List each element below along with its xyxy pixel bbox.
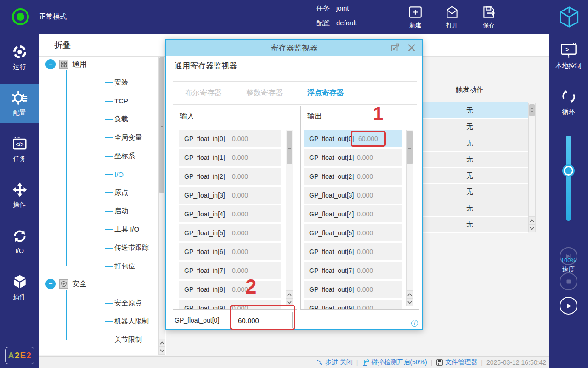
info-icon[interactable]: i [411, 320, 418, 327]
separator: | [431, 359, 433, 366]
register-row[interactable]: GP_float_out[3] 0.000 [304, 187, 402, 204]
stop-icon [564, 277, 573, 286]
input-scrollbar-thumb[interactable] [287, 131, 292, 164]
scroll-up-icon[interactable] [159, 339, 165, 346]
register-row[interactable]: GP_float_in[6] 0.000 [179, 243, 281, 260]
sidebar-item-operate[interactable]: 操作 [0, 176, 39, 215]
mode-label: 正常模式 [39, 12, 67, 21]
register-value-input[interactable] [233, 312, 293, 328]
register-row[interactable]: GP_float_in[5] 0.000 [179, 224, 281, 241]
trigger-scrollbar-thumb[interactable] [529, 104, 535, 116]
scroll-up-icon[interactable] [529, 216, 535, 224]
shield-plus-icon [59, 279, 68, 289]
scroll-down-icon[interactable] [286, 298, 293, 306]
register-row[interactable]: GP_float_in[0] 0.000 [179, 130, 281, 147]
register-row[interactable]: GP_float_out[5] 0.000 [304, 224, 402, 241]
tree-group-general[interactable]: − 通用 [45, 59, 87, 69]
scroll-down-icon[interactable] [529, 224, 535, 232]
output-scrollbar-thumb[interactable] [407, 131, 413, 164]
trigger-scrollbar[interactable] [528, 103, 536, 232]
output-scrollbar[interactable] [406, 130, 413, 306]
collapse-label[interactable]: 折叠 [54, 40, 71, 51]
scroll-down-icon[interactable] [407, 298, 413, 306]
restore-window-button[interactable] [390, 42, 401, 53]
save-button[interactable]: 保存 [478, 5, 500, 29]
open-button[interactable]: 打开 [441, 5, 463, 29]
register-row[interactable]: GP_float_out[4] 0.000 [304, 205, 402, 222]
sidebar-item-task[interactable]: </> 任务 [0, 130, 39, 169]
a2e2-logo[interactable]: A2E2 [5, 347, 34, 364]
trigger-action-header: 触发动作 [424, 85, 515, 94]
sidebar-item-run[interactable]: 运行 [0, 38, 39, 77]
scroll-up-icon[interactable] [407, 290, 413, 298]
play-button[interactable] [560, 297, 577, 315]
register-row[interactable]: GP_float_out[0] 60.000 [304, 130, 402, 147]
mode-indicator: 正常模式 [12, 8, 67, 25]
register-row[interactable]: GP_float_out[2] 0.000 [304, 168, 402, 185]
tree-item[interactable]: 全局变量 [105, 128, 149, 147]
register-row[interactable]: GP_float_in[7] 0.000 [179, 262, 281, 279]
tree-item[interactable]: 打包位 [105, 257, 149, 275]
tree-item[interactable]: TCP [105, 91, 149, 110]
register-row[interactable]: GP_float_out[1] 0.000 [304, 149, 402, 166]
operate-icon [12, 182, 28, 198]
tab-empty [356, 82, 417, 104]
scroll-down-icon[interactable] [159, 346, 165, 354]
step-forward-button[interactable] [560, 247, 577, 265]
svg-text:>_: >_ [565, 46, 572, 53]
output-register-list: GP_float_out[0] 60.000 GP_float_out[1] 0… [304, 130, 402, 309]
tree-item[interactable]: I/O [105, 165, 149, 183]
tree-scrollbar[interactable] [158, 57, 165, 355]
loop-button[interactable]: 循环 [549, 88, 588, 116]
tree-item[interactable]: 工具 I/O [105, 220, 149, 238]
tree-item[interactable]: 启动 [105, 202, 149, 220]
new-button[interactable]: 新建 [404, 5, 426, 29]
collapse-minus-icon[interactable]: − [45, 279, 56, 289]
speed-slider-track[interactable] [566, 136, 571, 221]
sidebar-item-config[interactable]: 配置 [0, 84, 39, 123]
file-manager-icon [436, 359, 443, 366]
step-mode-status[interactable]: 步进 关闭 [316, 358, 353, 367]
tree-item[interactable]: 关节限制 [105, 330, 149, 349]
input-scrollbar[interactable] [286, 130, 293, 306]
tab-bool-register[interactable]: 布尔寄存器 [173, 82, 234, 104]
tree-item[interactable]: 安全原点 [105, 294, 149, 312]
sidebar-item-plugin[interactable]: 插件 [0, 268, 39, 306]
tree-item[interactable]: 安装 [105, 73, 149, 91]
tree-item[interactable]: 坐标系 [105, 147, 149, 165]
tree-item[interactable]: 负载 [105, 110, 149, 128]
close-dialog-button[interactable] [406, 42, 417, 53]
collision-detection-status[interactable]: 碰撞检测开启(50%) [362, 358, 427, 367]
register-row[interactable]: GP_float_out[6] 0.000 [304, 243, 402, 260]
register-row[interactable]: GP_float_in[2] 0.000 [179, 168, 281, 185]
input-register-panel: 输入 GP_float_in[0] 0.000 GP_float_in[1] 0… [173, 106, 297, 310]
speed-slider-handle[interactable] [562, 164, 575, 177]
dialog-titlebar[interactable]: 寄存器监视器 [166, 40, 422, 56]
tab-int-register[interactable]: 整数寄存器 [234, 82, 295, 104]
tab-float-register[interactable]: 浮点寄存器 [295, 82, 356, 104]
new-file-icon [407, 5, 423, 20]
stop-button[interactable] [560, 272, 577, 290]
tree-item[interactable]: 传送带跟踪 [105, 238, 149, 257]
register-row[interactable]: GP_float_in[4] 0.000 [179, 205, 281, 222]
register-row[interactable]: GP_float_in[1] 0.000 [179, 149, 281, 166]
config-value: default [336, 19, 357, 28]
scroll-up-icon[interactable] [286, 290, 293, 298]
topbar: 正常模式 任务 joint 配置 default 新建 [0, 0, 588, 34]
separator: | [481, 359, 483, 366]
tree-item[interactable]: 机器人限制 [105, 312, 149, 330]
register-row[interactable]: GP_float_out[9] 0.000 [304, 300, 402, 309]
register-row[interactable]: GP_float_in[8] 0.000 [179, 281, 281, 298]
tree-child-spine-1 [66, 70, 67, 266]
register-row[interactable]: GP_float_out[8] 0.000 [304, 281, 402, 298]
sidebar-item-io[interactable]: I/O [0, 222, 39, 260]
register-row[interactable]: GP_float_in[3] 0.000 [179, 187, 281, 204]
register-row[interactable]: GP_float_out[7] 0.000 [304, 262, 402, 279]
register-row[interactable]: GP_float_in[9] 0.000 [179, 300, 281, 309]
file-manager-button[interactable]: 文件管理器 [436, 358, 477, 367]
local-control-button[interactable]: >_ 本地控制 [549, 42, 588, 70]
tree-group-safety[interactable]: − 安全 [45, 279, 87, 289]
tree-item[interactable]: 原点 [105, 183, 149, 202]
collapse-minus-icon[interactable]: − [45, 59, 56, 69]
tree-scrollbar-thumb[interactable] [159, 57, 164, 193]
